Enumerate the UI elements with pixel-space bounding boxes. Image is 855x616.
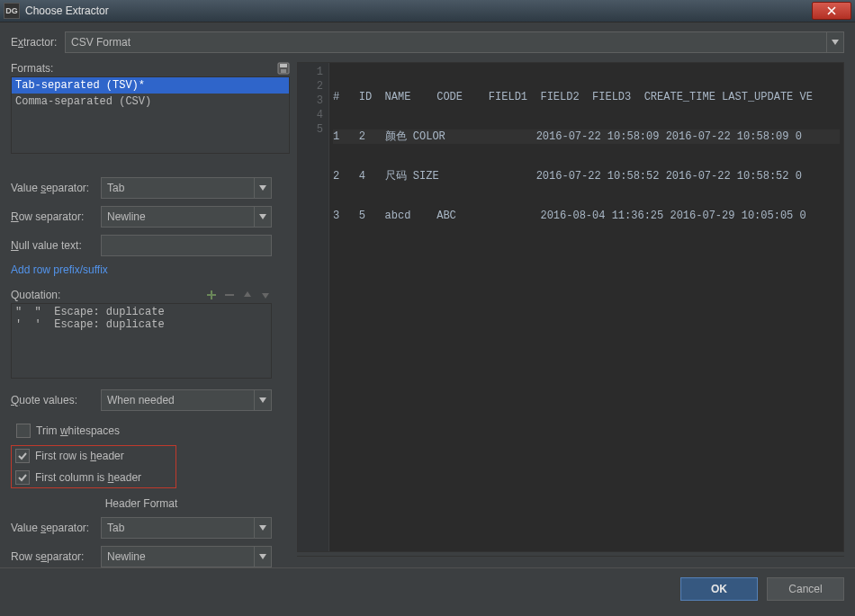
formats-label: Formats: [11, 62, 53, 75]
chevron-down-icon[interactable] [254, 207, 271, 227]
quote-values-combo[interactable]: When needed [101, 389, 272, 411]
close-button[interactable] [812, 2, 851, 20]
hf-row-separator-combo[interactable]: Newline [101, 546, 272, 567]
quotation-label: Quotation: [11, 289, 60, 301]
first-column-header-checkbox[interactable]: First column is header [15, 470, 172, 485]
checkbox-icon [15, 470, 30, 485]
first-row-header-label: First row is header [35, 450, 124, 462]
extractor-combo[interactable]: CSV Format [65, 31, 844, 53]
gutter: 1 2 3 4 5 [298, 63, 329, 551]
code-line: 2 4 尺码 SIZE 2016-07-22 10:58:52 2016-07-… [333, 169, 840, 183]
close-icon [827, 6, 836, 15]
formats-item-tsv[interactable]: Tab-separated (TSV)* [12, 77, 289, 94]
preview-editor[interactable]: 1 2 3 4 5 # ID NAME CODE FIELD1 FIELD2 F… [297, 62, 844, 552]
formats-list[interactable]: Tab-separated (TSV)* Comma-separated (CS… [11, 76, 290, 154]
ok-button[interactable]: OK [680, 577, 758, 601]
up-icon[interactable] [241, 289, 254, 301]
svg-rect-1 [280, 64, 287, 67]
quotation-row[interactable]: ' ' Escape: duplicate [15, 318, 267, 331]
formats-item-csv[interactable]: Comma-separated (CSV) [12, 94, 289, 110]
header-options-highlight: First row is header First column is head… [11, 445, 176, 488]
svg-rect-2 [281, 69, 286, 73]
null-value-label: Null value text: [11, 239, 101, 252]
extractor-label: Extractor: [11, 36, 65, 49]
quotation-list[interactable]: " " Escape: duplicate ' ' Escape: duplic… [11, 303, 272, 379]
extractor-combo-value: CSV Format [66, 36, 826, 49]
hf-value-separator-label: Value separator: [11, 522, 101, 534]
code-line: 3 5 abcd ABC 2016-08-04 11:36:25 2016-07… [333, 209, 840, 223]
cancel-button[interactable]: Cancel [767, 577, 844, 601]
first-column-header-label: First column is header [35, 471, 141, 484]
hf-value-separator-combo[interactable]: Tab [101, 517, 272, 539]
chevron-down-icon[interactable] [254, 518, 271, 538]
add-row-prefix-link[interactable]: Add row prefix/suffix [11, 263, 108, 276]
preview-code: # ID NAME CODE FIELD1 FIELD2 FIELD3 CREA… [329, 63, 843, 551]
checkbox-icon [16, 424, 31, 438]
chevron-down-icon[interactable] [826, 32, 843, 52]
code-line: 1 2 颜色 COLOR 2016-07-22 10:58:09 2016-07… [333, 129, 840, 144]
dialog-footer: OK Cancel [0, 567, 855, 610]
trim-whitespaces-checkbox[interactable]: Trim whitespaces [11, 424, 272, 438]
code-line [333, 248, 840, 263]
value-separator-combo[interactable]: Tab [101, 177, 272, 199]
trim-whitespaces-label: Trim whitespaces [36, 424, 120, 437]
add-icon[interactable] [205, 289, 218, 301]
hf-row-separator-label: Row separator: [11, 550, 101, 563]
row-separator-combo[interactable]: Newline [101, 206, 272, 228]
checkbox-icon [15, 449, 30, 463]
row-separator-label: Row separator: [11, 210, 101, 223]
chevron-down-icon[interactable] [254, 547, 271, 567]
chevron-down-icon[interactable] [254, 178, 271, 198]
titlebar: DG Choose Extractor [0, 0, 855, 22]
null-value-input[interactable] [101, 235, 272, 256]
code-line: # ID NAME CODE FIELD1 FIELD2 FIELD3 CREA… [333, 90, 840, 104]
quote-values-label: Quote values: [11, 394, 101, 406]
window-title: Choose Extractor [25, 4, 812, 17]
remove-icon[interactable] [223, 289, 236, 301]
header-format-title: Header Format [11, 497, 272, 510]
first-row-header-checkbox[interactable]: First row is header [15, 449, 172, 463]
quotation-row[interactable]: " " Escape: duplicate [15, 306, 267, 318]
chevron-down-icon[interactable] [254, 390, 271, 410]
horizontal-scrollbar[interactable] [297, 556, 844, 567]
save-icon[interactable] [277, 62, 290, 75]
down-icon[interactable] [259, 289, 272, 301]
value-separator-label: Value separator: [11, 182, 101, 194]
app-icon: DG [4, 3, 20, 19]
